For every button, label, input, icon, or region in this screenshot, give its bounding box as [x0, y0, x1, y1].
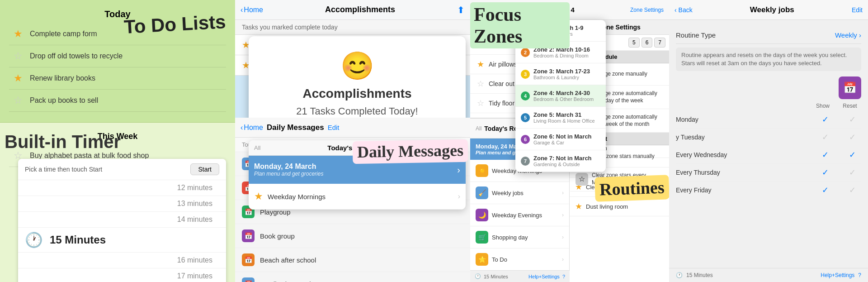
- show-col-header: Show: [814, 103, 832, 109]
- routines-settings-footer: 🕐 15 Minutes Help+Settings ?: [669, 268, 868, 282]
- accomplishments-subtitle: Tasks you marked complete today: [235, 20, 470, 35]
- list-item[interactable]: ★ Renew library books: [9, 67, 226, 90]
- routine-type-value[interactable]: Weekly ›: [835, 31, 861, 39]
- timer-item[interactable]: 12 minutes: [18, 180, 226, 196]
- zone-2-bullet: 2: [521, 48, 530, 57]
- zone-6-btn[interactable]: 6: [642, 38, 653, 48]
- day-row: Every Wednesday ✓ ✓: [676, 146, 861, 164]
- list-item[interactable]: 📅 Book group: [235, 224, 470, 248]
- list-item[interactable]: ☆ Drop off old towels to recycle: [9, 45, 226, 67]
- all-filter[interactable]: All: [254, 144, 260, 151]
- day-toggles: ✓ ✓: [816, 115, 861, 124]
- show-check[interactable]: ✓: [816, 185, 834, 195]
- routines-settings-panel: ‹ Back Weekly jobs Edit Routine Type Wee…: [669, 0, 868, 282]
- daily-messages-edit-button[interactable]: Edit: [328, 124, 340, 131]
- zone-5-btn[interactable]: 5: [628, 38, 640, 48]
- routine-item[interactable]: ⭐ To Do ›: [470, 249, 569, 271]
- calendar-icon: 📅: [242, 277, 255, 282]
- daily-messages-section: ‹ Home Daily Messages Edit Touch Edit ab…: [235, 118, 470, 282]
- routine-type-label: Routine Type: [676, 31, 716, 39]
- timer-item[interactable]: 14 minutes: [18, 212, 226, 228]
- rs-back-button[interactable]: ‹ Back: [675, 6, 693, 14]
- reset-check[interactable]: ✓: [843, 167, 861, 177]
- routine-item[interactable]: 🛒 Shopping day ›: [470, 226, 569, 249]
- day-row: Every Friday ✓ ✓: [676, 182, 861, 199]
- zone-item[interactable]: 7 Zone 7: Not in March Gardening & Outsi…: [515, 150, 606, 172]
- nav-back-home[interactable]: ‹ Home: [241, 124, 263, 132]
- list-item[interactable]: ☆ Pack up books to sell: [9, 90, 226, 112]
- zone-4-label: Zone 4: March 24-30: [533, 90, 594, 96]
- show-check[interactable]: ✓: [816, 115, 834, 124]
- footer-help[interactable]: Help+Settings: [821, 272, 854, 278]
- zone-7-bullet: 7: [521, 157, 530, 166]
- chevron-icon: ›: [458, 192, 460, 201]
- focus-zones-panel: ‹ Zones Zone 4 Zone Settings Ruby's Bedr…: [470, 0, 669, 282]
- timer-widget: Pick a time then touch Start Start 12 mi…: [18, 159, 226, 282]
- star-icon: ★: [254, 191, 263, 202]
- accomplishments-top: ‹ Home Accomplishments ⬆ Tasks you marke…: [235, 0, 470, 118]
- accomplishments-nav: ‹ Home Accomplishments ⬆: [235, 0, 470, 20]
- timer-item-selected[interactable]: 🕐 15 Minutes: [18, 228, 226, 253]
- routine-icon: 🛒: [476, 231, 488, 244]
- zone-7-label: Zone 7: Not in March: [533, 155, 592, 162]
- zone-5-label: Zone 5: March 31: [533, 111, 595, 118]
- routine-type-row: Routine Type Weekly ›: [676, 27, 861, 44]
- zone-item-selected[interactable]: 4 Zone 4: March 24-30 Bedroom & Other Be…: [515, 85, 606, 107]
- clock-icon: 🕐: [25, 231, 43, 249]
- day-toggles: ✓ ✓: [816, 167, 861, 177]
- weekday-mornings-item[interactable]: ★ Weekday Mornings ›: [249, 184, 466, 210]
- list-item[interactable]: 📅 Beach after school: [235, 248, 470, 272]
- zone-item[interactable]: 3 Zone 3: March 17-23 Bathroom & Laundry: [515, 63, 606, 85]
- chevron-icon: ›: [562, 234, 564, 240]
- zone-7-btn[interactable]: 7: [654, 38, 665, 48]
- reset-col-header: Reset: [841, 103, 859, 109]
- timer-item[interactable]: 16 minutes: [18, 253, 226, 268]
- timer-start-button[interactable]: Start: [190, 163, 219, 175]
- calendar-icon: 📅: [242, 253, 255, 266]
- reset-check[interactable]: ✓: [843, 115, 861, 124]
- reset-check[interactable]: ✓: [843, 132, 861, 142]
- zone-6-label: Zone 6: Not in March: [533, 133, 592, 140]
- selected-day-text: Monday, 24 March: [254, 163, 323, 171]
- rs-title: Weekly jobs: [696, 5, 848, 14]
- share-icon[interactable]: ⬆: [457, 5, 465, 15]
- zone-4-bullet: 4: [521, 91, 530, 100]
- day-name: Every Wednesday: [676, 151, 727, 158]
- zone-2-sublabel: Bedroom & Dining Room: [533, 53, 590, 58]
- zone-3-bullet: 3: [521, 70, 530, 79]
- timer-item[interactable]: 13 minutes: [18, 196, 226, 212]
- day-name: Every Friday: [676, 186, 712, 194]
- show-check[interactable]: ✓: [816, 150, 834, 160]
- show-check[interactable]: ✓: [816, 167, 834, 177]
- chevron-icon: ›: [562, 212, 564, 218]
- todo-item-text: Renew library books: [30, 74, 95, 82]
- routine-item[interactable]: 🌙 Weekday Evenings ›: [470, 204, 569, 226]
- reset-check[interactable]: ✓: [843, 185, 861, 195]
- rs-edit-button[interactable]: Edit: [852, 6, 863, 14]
- footer-help-link[interactable]: Help+Settings: [528, 274, 560, 279]
- accomplishments-overlay-card: 😊 Accomplishments 21 Tasks Completed Tod…: [249, 36, 466, 118]
- focus-zones-handwritten-label: Focus Zones: [470, 2, 570, 48]
- zone-item[interactable]: 6 Zone 6: Not in March Garage & Car: [515, 129, 606, 150]
- reset-check[interactable]: ✓: [843, 150, 861, 160]
- routine-calendar-icon: 📅: [839, 76, 861, 99]
- routines-handwritten-label: Routines: [595, 175, 669, 202]
- zone-settings-button[interactable]: Zone Settings: [630, 7, 664, 13]
- list-item[interactable]: 📅 Family cleanup time: [235, 272, 470, 282]
- days-col-headers: Show Reset: [676, 103, 861, 109]
- nav-back-button[interactable]: ‹ Home: [241, 6, 263, 14]
- day-name: Monday: [676, 116, 698, 123]
- timer-item[interactable]: 17 minutes: [18, 268, 226, 282]
- checked-star-icon: ★: [11, 71, 25, 86]
- daily-messages-title: Daily Messages: [267, 123, 324, 132]
- daily-messages-nav: ‹ Home Daily Messages Edit: [235, 118, 470, 138]
- daily-messages-handwritten-label: Daily Messages: [353, 139, 468, 164]
- all-filter-btn[interactable]: All: [476, 125, 481, 132]
- calendar-icon-row: 📅: [676, 76, 861, 99]
- zone-item[interactable]: 5 Zone 5: March 31 Living Room & Home Of…: [515, 107, 606, 129]
- show-check[interactable]: ✓: [816, 132, 834, 142]
- accomplishments-section: ‹ Home Accomplishments ⬆ Tasks you marke…: [235, 0, 470, 282]
- zone-5-sublabel: Living Room & Home Office: [533, 118, 595, 124]
- day-toggles: ✓ ✓: [816, 150, 861, 160]
- routine-item[interactable]: 🧹 Weekly jobs ›: [470, 182, 569, 204]
